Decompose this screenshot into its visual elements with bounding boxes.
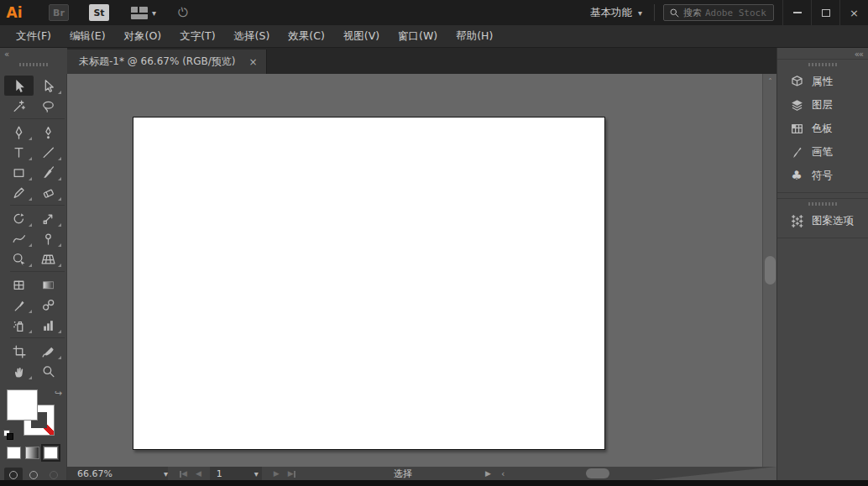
status-menu-icon[interactable]: ▶ [485,469,491,478]
menu-type[interactable]: 文字(T) [170,29,224,44]
document-tab-bar: 未标题-1* @ 66.67% (RGB/预览) × [67,48,776,74]
maximize-icon [822,9,830,17]
slice-tool-button[interactable] [34,341,63,361]
magic-wand-tool-button[interactable] [4,96,34,116]
artboard-number-field[interactable]: 1 ▾ [210,467,262,480]
width-tool-button[interactable] [4,228,34,248]
curvature-tool-button[interactable] [34,122,63,142]
rotate-tool-button[interactable] [4,208,34,228]
chevron-down-icon[interactable]: ▾ [164,469,168,478]
stock-search-input[interactable]: 搜索 Adobe Stock [663,4,774,21]
column-graph-tool-button[interactable] [34,315,63,335]
blend-tool-button[interactable] [34,295,63,315]
vertical-scrollbar-thumb[interactable] [765,256,776,285]
type-tool-button[interactable] [4,142,34,162]
direct-selection-tool-button[interactable] [34,76,63,96]
menu-effect[interactable]: 效果(C) [279,29,333,44]
properties-icon [789,75,804,89]
shaper-tool-button[interactable] [4,182,34,202]
menu-edit[interactable]: 编辑(E) [60,29,115,44]
swatches-icon [789,122,804,136]
fill-indicator[interactable] [7,389,38,421]
panel-label: 色板 [812,122,833,136]
panel-symbols[interactable]: ♣ 符号 [777,164,868,187]
eyedropper-tool-button[interactable] [4,295,34,315]
search-icon [669,8,680,18]
bridge-button[interactable]: Br [49,4,69,21]
width-tool-icon [12,232,26,246]
chevron-down-icon[interactable]: ▾ [254,469,259,478]
line-segment-tool-button[interactable] [34,142,63,162]
selection-tool-icon [12,79,26,93]
pattern-options-icon [789,214,804,228]
color-mode-row [7,447,66,459]
stock-button[interactable]: St [89,4,109,21]
shape-builder-tool-button[interactable] [4,248,34,269]
collapse-toolbar-icon[interactable]: « [4,50,8,59]
menu-file[interactable]: 文件(F) [7,29,60,44]
menu-view[interactable]: 视图(V) [334,29,389,44]
gradient-button[interactable] [25,447,39,459]
panel-label: 画笔 [812,145,833,159]
artboard-number-value: 1 [217,468,222,479]
status-indicator[interactable]: 选择 [311,468,495,480]
artboard-tool-button[interactable] [4,341,34,361]
document-tab[interactable]: 未标题-1* @ 66.67% (RGB/预览) × [67,50,267,74]
scale-tool-button[interactable] [34,208,63,228]
menu-select[interactable]: 选择(S) [225,29,280,44]
next-artboard-button[interactable]: ▶ [274,469,280,478]
default-fill-stroke-icon[interactable] [3,430,15,442]
horizontal-scrollbar-thumb[interactable] [586,468,609,478]
panel-swatches[interactable]: 色板 [777,117,868,140]
puppet-warp-tool-button[interactable] [34,228,63,248]
panel-group-grip[interactable] [808,202,837,206]
eraser-tool-icon [41,186,55,200]
pen-tool-button[interactable] [4,122,34,142]
panel-label: 符号 [812,169,833,183]
menu-window[interactable]: 窗口(W) [389,29,447,44]
menu-help[interactable]: 帮助(H) [447,29,502,44]
lasso-tool-button[interactable] [34,96,63,116]
panel-brushes[interactable]: 画笔 [777,140,868,164]
zoom-tool-button[interactable] [34,361,63,381]
first-artboard-button[interactable]: ◀ [180,469,187,478]
vertical-scrollbar[interactable]: ˄ [762,74,776,467]
artboard-navigation-next: ▶ ▶ [274,469,295,478]
menu-object[interactable]: 对象(O) [115,29,171,44]
arrange-documents-button[interactable]: ▾ [131,7,156,19]
paintbrush-tool-button[interactable] [34,162,63,182]
panel-properties[interactable]: 属性 [777,70,868,93]
swap-fill-stroke-icon[interactable]: ↪ [55,388,62,399]
rectangle-tool-button[interactable] [4,162,34,182]
panel-layers[interactable]: 图层 [777,93,868,117]
maximize-button[interactable] [811,0,839,25]
scroll-up-icon[interactable]: ˄ [763,77,777,86]
zoom-level-field[interactable]: 66.67% ▾ [67,467,168,480]
small-left-icon[interactable]: ‹ [501,468,505,479]
panel-pattern-options[interactable]: 图案选项 [777,209,868,233]
workspace-switcher[interactable]: 基本功能 ▾ [578,4,655,21]
toolbar-grip[interactable] [19,63,48,66]
symbol-sprayer-tool-button[interactable] [4,315,34,335]
close-button[interactable]: × [839,0,868,25]
arrange-documents-icon [131,7,148,19]
workspace-label: 基本功能 [590,6,632,20]
hand-tool-button[interactable] [4,361,34,381]
panel-group-grip[interactable] [808,63,837,66]
color-button[interactable] [7,447,21,459]
status-bar-tray: ▶ ‹ [485,468,505,479]
gradient-tool-button[interactable] [34,274,63,295]
last-artboard-button[interactable]: ▶ [288,469,295,478]
expand-panels-icon[interactable]: «« [855,50,863,59]
perspective-grid-tool-button[interactable] [34,248,63,269]
selection-tool-button[interactable] [4,76,34,96]
mesh-tool-button[interactable] [4,274,34,295]
previous-artboard-button[interactable]: ◀ [196,469,201,478]
none-button[interactable] [44,447,58,459]
artboard[interactable] [133,117,605,450]
touch-workspace-icon[interactable]: ⏻ [176,4,190,21]
minimize-button[interactable] [782,0,811,25]
eraser-tool-button[interactable] [34,182,63,202]
tab-close-icon[interactable]: × [248,56,257,68]
zoom-level-value: 66.67% [77,468,164,479]
